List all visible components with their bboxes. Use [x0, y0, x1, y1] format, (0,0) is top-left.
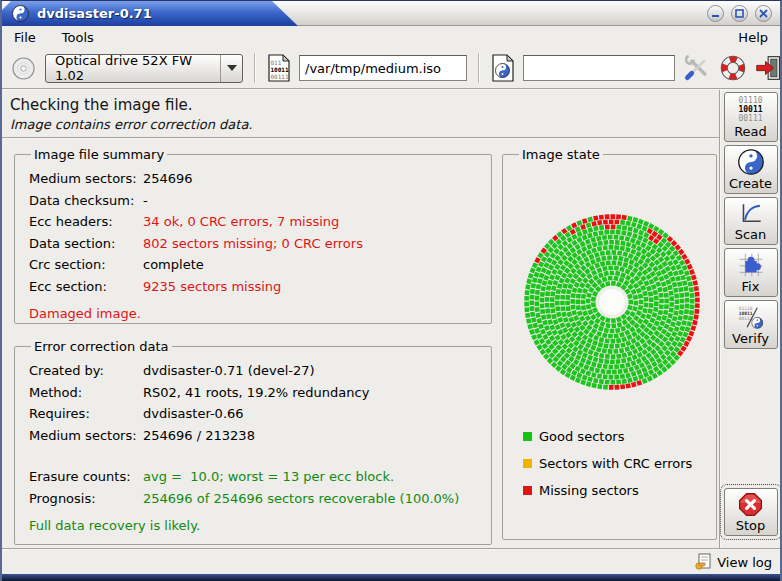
preferences-wrench-icon[interactable] [683, 54, 711, 82]
row-value: 802 sectors missing; 0 CRC errors [143, 233, 481, 255]
row-value: 9235 sectors missing [143, 276, 481, 298]
minimize-button[interactable] [707, 5, 724, 22]
image-state-panel: Image state Good sectors Sectors wi [502, 147, 717, 540]
maximize-button[interactable] [731, 5, 748, 22]
view-log-button[interactable]: View log [717, 555, 772, 570]
quit-exit-door-icon[interactable] [755, 54, 782, 82]
minimize-icon [711, 9, 720, 18]
image-state-title: Image state [519, 147, 603, 162]
help-lifesaver-icon[interactable] [719, 54, 747, 82]
binary-read-icon: 01110 10011 00111 [738, 96, 762, 123]
row-label: Method: [29, 382, 143, 404]
menubar: File Tools Help [2, 26, 780, 48]
row-value: 254696 of 254696 sectors recoverable (10… [143, 488, 481, 510]
fix-button-label: Fix [742, 279, 760, 294]
row-value: - [143, 190, 481, 212]
row-value: 254696 / 213238 [143, 425, 481, 447]
fix-button[interactable]: Fix [724, 248, 778, 297]
row-label: Ecc headers: [29, 211, 143, 233]
drive-selector-value: Optical drive 52X FW 1.02 [55, 53, 220, 83]
content-area: Checking the image file. Image contains … [2, 90, 719, 548]
toolbar: Optical drive 52X FW 1.02 [2, 48, 780, 90]
image-file-icon [267, 54, 291, 82]
menu-tools[interactable]: Tools [60, 29, 96, 46]
row-label: Data section: [29, 233, 143, 255]
image-file-summary-panel: Image file summary Medium sectors: 25469… [14, 147, 492, 324]
window-controls [707, 5, 772, 22]
row-label: Data checksum: [29, 190, 143, 212]
menu-help[interactable]: Help [736, 29, 770, 46]
image-file-input[interactable] [299, 55, 467, 81]
toolbar-separator [478, 53, 480, 83]
close-icon [759, 9, 768, 18]
row-label: Prognosis: [29, 488, 143, 510]
ecc-file-input[interactable] [523, 55, 675, 81]
error-correction-panel: Error correction data Created by: dvdisa… [14, 339, 492, 545]
row-spacer [29, 446, 481, 466]
status-title: Checking the image file. [10, 96, 711, 114]
row-label: Ecc section: [29, 276, 143, 298]
create-button-label: Create [729, 176, 772, 191]
legend-item-good: Good sectors [523, 423, 692, 450]
summary-verdict: Damaged image. [29, 303, 481, 324]
chevron-down-icon [227, 65, 237, 71]
drive-selector[interactable]: Optical drive 52X FW 1.02 [45, 54, 243, 83]
titlebar: dvdisaster-0.71 [2, 1, 780, 26]
error-correction-title: Error correction data [31, 339, 172, 354]
title-tab: dvdisaster-0.71 [2, 1, 298, 26]
row-label: Erasure counts: [29, 466, 143, 488]
toolbar-right-group [683, 54, 782, 82]
legend-item-missing: Missing sectors [523, 477, 692, 504]
missing-sector-swatch [523, 486, 532, 495]
puzzle-fix-icon [738, 252, 764, 278]
yin-yang-create-icon [738, 149, 764, 175]
drive-icon [10, 55, 37, 82]
sector-legend: Good sectors Sectors with CRC errors Mis… [523, 423, 692, 504]
image-file-summary-rows: Medium sectors: 254696 Data checksum: - … [29, 168, 481, 297]
legend-label: Good sectors [539, 429, 624, 444]
crc-sector-swatch [523, 459, 532, 468]
read-button-label: Read [734, 124, 767, 139]
verify-button-label: Verify [732, 331, 769, 346]
stop-button[interactable]: Stop [724, 488, 778, 536]
maximize-icon [735, 9, 744, 18]
ecc-file-icon [491, 54, 515, 82]
recovery-verdict: Full data recovery is likely. [29, 515, 481, 536]
toolbar-separator [254, 53, 256, 83]
menu-file[interactable]: File [12, 29, 38, 46]
statusbar: View log [2, 548, 780, 574]
scan-curve-icon [738, 201, 763, 226]
image-file-summary-title: Image file summary [31, 147, 167, 162]
row-value: 254696 [143, 168, 481, 190]
view-log-icon [694, 553, 712, 571]
read-button[interactable]: 01110 10011 00111 Read [724, 92, 778, 142]
row-value: avg = 10.0; worst = 13 per ecc block. [143, 466, 481, 488]
disc-sector-map-chart [518, 208, 706, 396]
action-sidebar: 01110 10011 00111 Read Create Scan Fix [719, 90, 780, 548]
app-logo-icon [12, 5, 29, 22]
drive-selector-arrow [220, 55, 242, 82]
row-label: Created by: [29, 360, 143, 382]
row-value: RS02, 41 roots, 19.2% redundancy [143, 382, 481, 404]
stop-button-label: Stop [736, 518, 766, 533]
close-button[interactable] [755, 5, 772, 22]
scan-button[interactable]: Scan [724, 197, 778, 245]
good-sector-swatch [523, 432, 532, 441]
row-label: Medium sectors: [29, 425, 143, 447]
app-window: dvdisaster-0.71 File Tools Help Optical … [0, 0, 782, 581]
verify-button[interactable]: 01110 10011 00111 Verify [724, 300, 778, 349]
legend-label: Sectors with CRC errors [539, 456, 692, 471]
verify-icon: 01110 10011 00111 [737, 304, 764, 330]
status-subtitle: Image contains error correction data. [10, 117, 711, 132]
create-button[interactable]: Create [724, 145, 778, 194]
stop-icon [738, 492, 763, 517]
row-value: dvdisaster-0.71 (devel-27) [143, 360, 481, 382]
window-bottom-edge [2, 574, 780, 581]
row-value: 34 ok, 0 CRC errors, 7 missing [143, 211, 481, 233]
window-title: dvdisaster-0.71 [37, 6, 152, 21]
scan-button-label: Scan [735, 227, 767, 242]
status-heading: Checking the image file. Image contains … [2, 90, 719, 139]
row-label: Crc section: [29, 254, 143, 276]
row-label: Medium sectors: [29, 168, 143, 190]
legend-item-crc: Sectors with CRC errors [523, 450, 692, 477]
